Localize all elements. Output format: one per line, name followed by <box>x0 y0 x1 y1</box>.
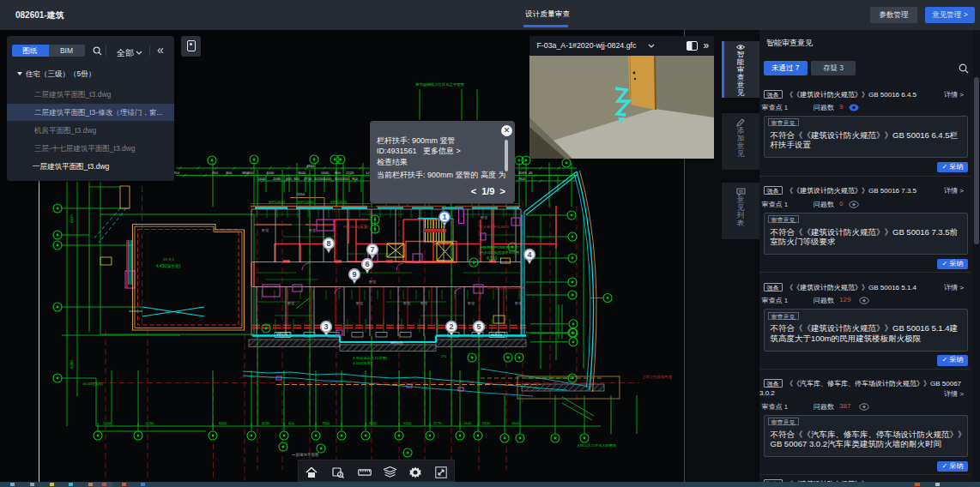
svg-text:4: 4 <box>527 250 531 259</box>
svg-text:卧室: 卧室 <box>369 280 376 284</box>
svg-text:人防出入口详见人防图纸: 人防出入口详见人防图纸 <box>577 443 616 448</box>
svg-text:2220: 2220 <box>346 171 354 175</box>
svg-text:2770: 2770 <box>433 421 442 425</box>
svg-text:7: 7 <box>370 245 374 254</box>
svg-text:300: 300 <box>293 177 300 181</box>
svg-text:900: 900 <box>519 177 526 181</box>
svg-text:5200: 5200 <box>369 421 378 425</box>
svg-text:6080: 6080 <box>70 360 74 369</box>
svg-text:250: 250 <box>212 171 219 175</box>
svg-text:台阶踏步PC200.93: 台阶踏步PC200.93 <box>480 245 511 250</box>
svg-text:M比L比: M比L比 <box>390 340 403 345</box>
svg-text:3000: 3000 <box>298 171 306 175</box>
svg-text:3100: 3100 <box>482 421 491 425</box>
svg-text:45: 45 <box>529 171 533 175</box>
svg-text:WPC2040: WPC2040 <box>269 200 286 204</box>
svg-text:±0.000(室内): ±0.000(室内) <box>82 382 104 386</box>
svg-text:5300: 5300 <box>403 421 412 425</box>
svg-text:300: 300 <box>226 171 233 175</box>
svg-text:3250: 3250 <box>262 421 270 425</box>
svg-text:7800: 7800 <box>322 421 330 425</box>
svg-text:3.000(车库): 3.000(车库) <box>353 361 372 365</box>
svg-text:1400: 1400 <box>324 177 332 181</box>
svg-text:WPC1180: WPC1180 <box>298 200 314 204</box>
svg-text:900: 900 <box>352 177 359 181</box>
svg-text:800: 800 <box>335 171 342 175</box>
svg-text:卧室: 卧室 <box>468 301 475 305</box>
svg-text:卧室: 卧室 <box>481 215 487 219</box>
svg-text:卧室: 卧室 <box>309 228 316 232</box>
svg-text:卧室: 卧室 <box>403 301 410 305</box>
svg-text:1100: 1100 <box>103 421 112 425</box>
svg-text:卧室: 卧室 <box>262 228 269 232</box>
svg-text:防火分区线(加宽600H): 防火分区线(加宽600H) <box>487 286 526 290</box>
svg-text:防火卷帘FJL3000: 防火卷帘FJL3000 <box>479 225 509 229</box>
svg-text:卧室: 卧室 <box>515 301 522 305</box>
svg-text:3: 3 <box>324 322 328 331</box>
svg-text:1: 1 <box>442 213 446 221</box>
svg-text:4860: 4860 <box>306 164 315 168</box>
svg-text:2: 2 <box>449 322 453 331</box>
svg-text:4.450(架空层): 4.450(架空层) <box>156 264 181 268</box>
svg-text:4.100: 4.100 <box>487 256 498 261</box>
svg-text:卧室: 卧室 <box>356 301 363 305</box>
svg-text:8: 8 <box>326 239 330 248</box>
svg-text:4000: 4000 <box>266 171 275 175</box>
svg-text:400: 400 <box>247 171 254 175</box>
svg-text:2D 8.1: 2D 8.1 <box>163 257 174 262</box>
svg-text:6: 6 <box>365 260 369 268</box>
svg-text:2%: 2% <box>441 354 446 358</box>
svg-text:1150: 1150 <box>297 192 305 196</box>
svg-text:2700: 2700 <box>304 177 312 181</box>
svg-text:1400: 1400 <box>257 177 266 181</box>
svg-text:9150: 9150 <box>70 214 74 223</box>
svg-text:5: 5 <box>476 322 481 331</box>
svg-text:PFL3040(高窗): PFL3040(高窗) <box>343 225 369 229</box>
svg-text:M2024: M2024 <box>276 332 287 336</box>
svg-text:卧室: 卧室 <box>287 301 294 305</box>
svg-text:3065: 3065 <box>518 171 527 175</box>
svg-text:1400: 1400 <box>463 421 472 425</box>
svg-text:1600: 1600 <box>511 421 520 425</box>
svg-text:450: 450 <box>173 171 180 175</box>
svg-text:WPC2040: WPC2040 <box>330 200 348 204</box>
svg-text:600: 600 <box>288 421 295 425</box>
svg-text:2400: 2400 <box>321 171 330 175</box>
svg-text:1300: 1300 <box>341 177 349 181</box>
svg-text:8450: 8450 <box>219 421 227 425</box>
svg-text:2080: 2080 <box>273 177 281 181</box>
svg-text:卧室: 卧室 <box>420 301 427 305</box>
svg-text:4.450(见出入口详图): 4.450(见出入口详图) <box>353 356 388 360</box>
svg-text:3250: 3250 <box>146 421 154 425</box>
svg-text:9: 9 <box>352 270 356 279</box>
svg-text:600: 600 <box>286 177 293 181</box>
svg-text:M2024: M2024 <box>491 333 502 337</box>
